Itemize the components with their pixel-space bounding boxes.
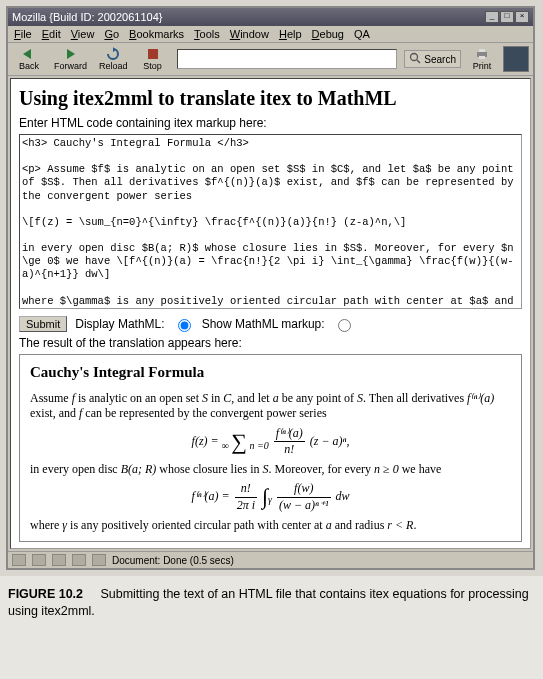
svg-rect-3 [148, 49, 158, 59]
input-prompt: Enter HTML code containing itex markup h… [19, 116, 522, 130]
result-heading: Cauchy's Integral Formula [30, 363, 511, 383]
title-bar: Mozilla {Build ID: 2002061104} _ □ × [8, 8, 533, 26]
equation-1: f(z) = ∞ ∑ n =0 f⁽ⁿ⁾(a) n! (z − a)ⁿ, [30, 426, 511, 458]
svg-marker-1 [67, 49, 75, 59]
back-arrow-icon [20, 47, 38, 61]
minimize-button[interactable]: _ [485, 11, 499, 23]
forward-arrow-icon [62, 47, 80, 61]
status-icon [52, 554, 66, 566]
menu-bar: File Edit View Go Bookmarks Tools Window… [8, 26, 533, 43]
menu-go[interactable]: Go [104, 28, 119, 40]
menu-file[interactable]: File [14, 28, 32, 40]
page-content: Using itex2mml to translate itex to Math… [10, 78, 531, 549]
toolbar: Back Forward Reload Stop Search [8, 43, 533, 76]
menu-help[interactable]: Help [279, 28, 302, 40]
print-button[interactable]: Print [465, 46, 499, 72]
status-bar: Document: Done (0.5 secs) [8, 551, 533, 568]
status-icon [32, 554, 46, 566]
browser-window: Mozilla {Build ID: 2002061104} _ □ × Fil… [6, 6, 535, 570]
svg-rect-8 [479, 56, 485, 59]
window-title: Mozilla {Build ID: 2002061104} [12, 11, 485, 23]
svg-marker-0 [23, 49, 31, 59]
print-icon [473, 47, 491, 61]
form-controls: Submit Display MathML: Show MathML marku… [19, 316, 522, 332]
result-box: Cauchy's Integral Formula Assume f is an… [19, 354, 522, 542]
menu-window[interactable]: Window [230, 28, 269, 40]
itex-input-textarea[interactable] [19, 134, 522, 309]
status-icon [12, 554, 26, 566]
sigma-icon: ∞ ∑ n =0 [222, 433, 269, 451]
close-button[interactable]: × [515, 11, 529, 23]
menu-edit[interactable]: Edit [42, 28, 61, 40]
status-text: Document: Done (0.5 secs) [112, 555, 234, 566]
svg-rect-7 [479, 49, 485, 52]
search-button[interactable]: Search [404, 50, 461, 68]
stop-button[interactable]: Stop [136, 46, 170, 72]
radio-display-label: Display MathML: [75, 317, 164, 331]
menu-view[interactable]: View [71, 28, 95, 40]
forward-button[interactable]: Forward [50, 46, 91, 72]
back-button[interactable]: Back [12, 46, 46, 72]
figure-label: FIGURE 10.2 [8, 587, 83, 601]
svg-line-5 [417, 60, 420, 63]
menu-debug[interactable]: Debug [312, 28, 344, 40]
submit-button[interactable]: Submit [19, 316, 67, 332]
svg-point-4 [411, 54, 418, 61]
equation-2: f⁽ⁿ⁾(a) = n! 2π i ∫γ f(w) (w − a)ⁿ⁺¹ dw [30, 481, 511, 513]
status-icon [92, 554, 106, 566]
menu-qa[interactable]: QA [354, 28, 370, 40]
result-para-2: in every open disc B(a; R) whose closure… [30, 462, 511, 478]
reload-icon [104, 47, 122, 61]
radio-show-markup[interactable] [338, 319, 351, 332]
status-icon [72, 554, 86, 566]
throbber-icon [503, 46, 529, 72]
figure-caption: FIGURE 10.2 Submitting the text of an HT… [0, 576, 543, 626]
address-bar[interactable] [177, 49, 398, 69]
reload-button[interactable]: Reload [95, 46, 132, 72]
result-para-1: Assume f is analytic on an open set S in… [30, 391, 511, 422]
radio-display-mathml[interactable] [178, 319, 191, 332]
radio-markup-label: Show MathML markup: [202, 317, 325, 331]
figure-text: Submitting the text of an HTML file that… [8, 587, 529, 618]
stop-icon [144, 47, 162, 61]
menu-tools[interactable]: Tools [194, 28, 220, 40]
result-para-3: where γ is any positively oriented circu… [30, 518, 511, 534]
menu-bookmarks[interactable]: Bookmarks [129, 28, 184, 40]
maximize-button[interactable]: □ [500, 11, 514, 23]
result-label: The result of the translation appears he… [19, 336, 522, 350]
search-icon [409, 52, 421, 66]
page-heading: Using itex2mml to translate itex to Math… [19, 87, 522, 110]
